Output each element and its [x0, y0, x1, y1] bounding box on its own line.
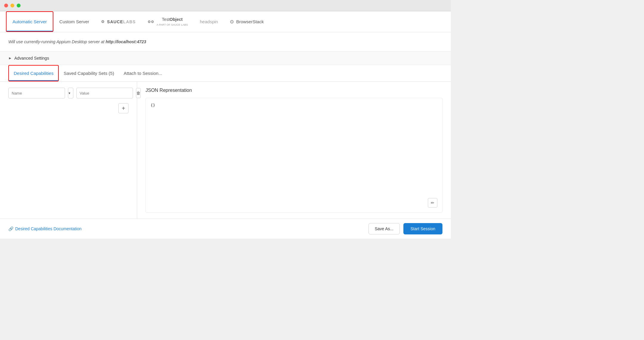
footer: 🔗 Desired Capabilities Documentation Sav… [0, 219, 451, 239]
cap-tabs-bar: Desired Capabilities Saved Capability Se… [0, 65, 451, 82]
capability-value-input[interactable] [76, 88, 133, 98]
capability-row: text boolean number object list ▼ 🗑 [8, 88, 129, 98]
tab-saved-capability-sets[interactable]: Saved Capability Sets (5) [59, 65, 119, 81]
tab-browserstack[interactable]: ⊙ BrowserStack [224, 11, 270, 32]
footer-actions: Save As... Start Session [369, 223, 442, 234]
add-capability-button[interactable]: + [118, 103, 129, 113]
tab-custom-server[interactable]: Custom Server [53, 11, 95, 32]
tab-saucelabs[interactable]: ⚙ SAUCELABS [95, 11, 142, 32]
titlebar [0, 0, 451, 11]
doc-link-label: Desired Capabilities Documentation [15, 226, 82, 231]
testobject-icon: ⚙⚙ [148, 20, 154, 24]
tab-desired-capabilities[interactable]: Desired Capabilities [8, 65, 59, 81]
start-session-button[interactable]: Start Session [403, 223, 442, 234]
json-value: {} [151, 103, 155, 107]
server-tabs-bar: Automatic Server Custom Server ⚙ SAUCELA… [0, 11, 451, 32]
edit-icon: ✏ [431, 200, 434, 205]
info-text: Will use currently-running Appium Deskto… [8, 39, 442, 44]
save-as-button[interactable]: Save As... [369, 223, 400, 234]
info-section: Will use currently-running Appium Deskto… [0, 32, 451, 52]
chevron-right-icon: ► [8, 56, 12, 60]
advanced-settings-row[interactable]: ► Advanced Settings [0, 52, 451, 65]
link-icon: 🔗 [8, 226, 13, 231]
minimize-button[interactable] [10, 4, 14, 7]
tab-testobject[interactable]: ⚙⚙ TestObjectA PART OF SAUCE LABS [142, 11, 194, 32]
capability-type-wrapper: text boolean number object list ▼ [68, 88, 73, 98]
json-content-area: {} ✏ [145, 98, 442, 213]
add-row: + [8, 103, 129, 113]
json-representation-title: JSON Representation [145, 88, 442, 93]
browserstack-icon: ⊙ [230, 19, 234, 24]
left-panel: text boolean number object list ▼ 🗑 + [0, 82, 137, 219]
tab-attach-to-session[interactable]: Attach to Session... [119, 65, 167, 81]
tab-headspin[interactable]: headspin [194, 11, 224, 32]
tab-automatic-server[interactable]: Automatic Server [6, 11, 53, 32]
capability-name-input[interactable] [8, 88, 65, 98]
advanced-settings-label: Advanced Settings [14, 56, 49, 61]
capability-type-select[interactable]: text boolean number object list [68, 88, 73, 98]
right-panel: JSON Representation {} ✏ [137, 82, 451, 219]
doc-link[interactable]: 🔗 Desired Capabilities Documentation [8, 226, 82, 231]
close-button[interactable] [4, 4, 8, 7]
maximize-button[interactable] [17, 4, 21, 7]
app-container: Automatic Server Custom Server ⚙ SAUCELA… [0, 11, 451, 239]
plus-icon: + [122, 105, 125, 112]
main-content: text boolean number object list ▼ 🗑 + [0, 82, 451, 219]
saucelabs-icon: ⚙ [101, 19, 105, 24]
edit-json-button[interactable]: ✏ [428, 198, 437, 208]
